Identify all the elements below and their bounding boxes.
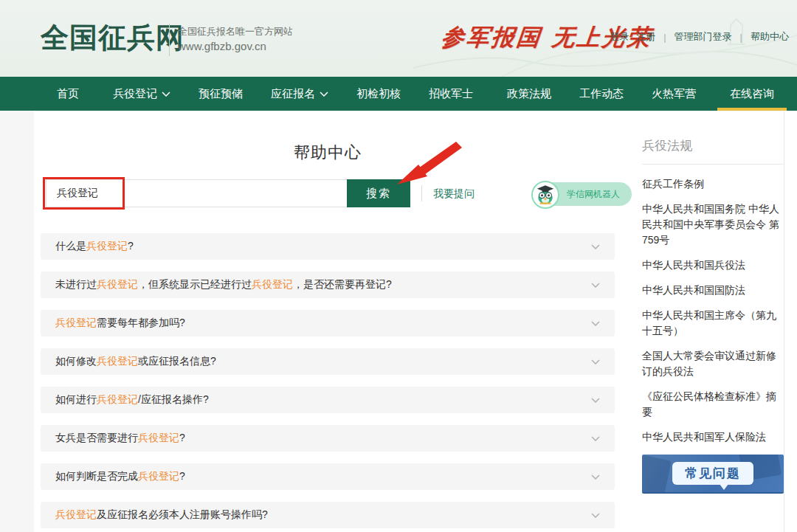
- question-text: 及应征报名必须本人注册账号操作吗?: [97, 508, 268, 520]
- question-text: 如何修改: [55, 355, 97, 367]
- question-text: ，是否还需要再登记?: [293, 278, 392, 290]
- faq-item[interactable]: 什么是兵役登记?: [41, 233, 615, 260]
- nav-item-label: 首页: [57, 77, 79, 111]
- highlighted-keyword: 兵役登记: [97, 393, 138, 405]
- admin-login-link[interactable]: 管理部门登录: [671, 30, 736, 44]
- nav-item-label: 政策法规: [507, 77, 551, 111]
- chevron-down-icon[interactable]: [591, 321, 600, 326]
- nav-item-label: 招收军士: [429, 77, 473, 111]
- nav-item-10[interactable]: 廉洁举报: [793, 77, 797, 111]
- question-text: 什么是: [55, 240, 86, 252]
- highlighted-keyword: 兵役登记: [55, 317, 97, 328]
- chevron-down-icon[interactable]: [591, 436, 600, 441]
- chevron-down-icon[interactable]: [591, 398, 600, 403]
- faq-item[interactable]: 女兵是否需要进行兵役登记?: [41, 425, 615, 452]
- faq-question: 未进行过兵役登记，但系统显示已经进行过兵役登记，是否还需要再登记?: [55, 278, 392, 291]
- nav-item-9[interactable]: 在线咨询: [720, 77, 784, 111]
- sidebar-link[interactable]: 中华人民共和国主席令（第九十五号）: [642, 308, 784, 339]
- nav-item-5[interactable]: 招收军士: [419, 77, 483, 111]
- chevron-down-icon[interactable]: [591, 359, 600, 365]
- question-text: 或应征报名信息?: [138, 355, 216, 367]
- highlighted-keyword: 兵役登记: [97, 355, 138, 367]
- sidebar-link[interactable]: 中华人民共和国军人保险法: [642, 429, 784, 445]
- question-text: ?: [179, 470, 185, 482]
- chevron-down-icon[interactable]: [591, 283, 600, 288]
- tagline-line1: 全国征兵报名唯一官方网站: [178, 24, 293, 38]
- search-button[interactable]: 搜索: [347, 179, 410, 207]
- nav-item-0[interactable]: 首页: [47, 77, 89, 111]
- nav-item-7[interactable]: 工作动态: [570, 77, 633, 111]
- nav-item-1[interactable]: 兵役登记: [103, 77, 180, 111]
- faq-banner[interactable]: 常见问题: [642, 455, 784, 494]
- chevron-down-icon[interactable]: [591, 513, 600, 518]
- site-tagline: 全国征兵报名唯一官方网站 www.gfbzb.gov.cn: [178, 24, 293, 55]
- nav-item-3[interactable]: 应征报名: [261, 77, 338, 111]
- ask-divider: [421, 185, 422, 201]
- faq-question: 兵役登记需要每年都参加吗?: [55, 317, 185, 330]
- sidebar-link[interactable]: 全国人大常委会审议通过新修订的兵役法: [642, 348, 784, 379]
- sidebar: 兵役法规 征兵工作条例中华人民共和国国务院 中华人民共和国中央军事委员会令 第7…: [642, 137, 784, 494]
- site-logo[interactable]: 全国征兵网: [41, 19, 184, 57]
- question-text: ?: [179, 432, 185, 443]
- login-link[interactable]: 登录: [606, 30, 632, 44]
- highlighted-keyword: 兵役登记: [138, 432, 179, 443]
- question-text: /应征报名操作?: [138, 393, 209, 405]
- faq-item[interactable]: 如何进行兵役登记/应征报名操作?: [41, 387, 615, 413]
- faq-banner-label: 常见问题: [672, 462, 753, 485]
- sidebar-link[interactable]: 中华人民共和国兵役法: [642, 258, 784, 273]
- question-text: 如何进行: [55, 393, 97, 405]
- faq-item[interactable]: 兵役登记及应征报名必须本人注册账号操作吗?: [41, 502, 615, 528]
- highlighted-keyword: 兵役登记: [86, 240, 128, 252]
- logo-divider: [169, 24, 170, 56]
- page-left-gutter: [0, 111, 34, 532]
- nav-item-label: 工作动态: [579, 77, 624, 111]
- nav-item-8[interactable]: 火热军营: [642, 77, 705, 111]
- chevron-down-icon[interactable]: [591, 244, 600, 249]
- nav-item-4[interactable]: 初检初核: [347, 77, 410, 111]
- sidebar-link[interactable]: 中华人民共和国国务院 中华人民共和国中央军事委员会令 第759号: [642, 201, 784, 248]
- nav-item-label: 预征预储: [199, 77, 243, 111]
- header-links: 登录 注册 | 管理部门登录 | 帮助中心: [606, 30, 793, 44]
- main-nav: 首页兵役登记预征预储应征报名初检初核招收军士政策法规工作动态火热军营在线咨询廉洁…: [0, 77, 797, 111]
- ask-question-link[interactable]: 我要提问: [433, 187, 475, 201]
- page-title: 帮助中心: [41, 142, 615, 164]
- nav-item-label: 兵役登记: [113, 77, 157, 111]
- chevron-down-icon[interactable]: [591, 474, 600, 480]
- question-text: ，但系统显示已经进行过: [138, 278, 252, 290]
- link-separator: |: [736, 32, 747, 43]
- faq-question: 如何判断是否完成兵役登记?: [55, 470, 185, 483]
- highlighted-keyword: 兵役登记: [55, 508, 97, 520]
- question-text: 女兵是否需要进行: [55, 432, 138, 443]
- register-link[interactable]: 注册: [632, 30, 659, 44]
- faq-list: 什么是兵役登记?未进行过兵役登记，但系统显示已经进行过兵役登记，是否还需要再登记…: [41, 233, 615, 532]
- chevron-down-icon: [320, 91, 328, 97]
- banner-photo-shape: [642, 455, 672, 494]
- question-text: 如何判断是否完成: [55, 470, 138, 482]
- tagline-url: www.gfbzb.gov.cn: [178, 38, 293, 55]
- owl-robot-icon: [531, 181, 559, 209]
- sidebar-link[interactable]: 征兵工作条例: [642, 176, 784, 192]
- help-center-link[interactable]: 帮助中心: [747, 30, 793, 44]
- faq-item[interactable]: 兵役登记需要每年都参加吗?: [41, 310, 615, 336]
- nav-item-6[interactable]: 政策法规: [497, 77, 561, 111]
- nav-item-2[interactable]: 预征预储: [189, 77, 252, 111]
- highlighted-keyword: 兵役登记: [138, 470, 179, 482]
- sidebar-links: 征兵工作条例中华人民共和国国务院 中华人民共和国中央军事委员会令 第759号中华…: [642, 176, 784, 445]
- nav-item-label: 火热军营: [652, 77, 696, 111]
- faq-item[interactable]: 如何判断是否完成兵役登记?: [41, 463, 615, 490]
- search-input[interactable]: [46, 179, 347, 207]
- faq-question: 女兵是否需要进行兵役登记?: [55, 432, 185, 445]
- faq-item[interactable]: 未进行过兵役登记，但系统显示已经进行过兵役登记，是否还需要再登记?: [41, 272, 615, 298]
- sidebar-link[interactable]: 《应征公民体格检查标准》摘要: [642, 389, 784, 420]
- nav-item-label: 应征报名: [271, 77, 315, 111]
- sidebar-link[interactable]: 中华人民共和国国防法: [642, 283, 784, 298]
- faq-item[interactable]: 如何修改兵役登记或应征报名信息?: [41, 348, 615, 375]
- chevron-down-icon: [162, 91, 170, 97]
- nav-item-label: 在线咨询: [730, 77, 774, 111]
- highlighted-keyword: 兵役登记: [252, 278, 293, 290]
- site-header: 全国征兵网 全国征兵报名唯一官方网站 www.gfbzb.gov.cn 参军报国…: [0, 0, 797, 77]
- question-text: ?: [128, 240, 134, 252]
- sidebar-right-divider: [784, 111, 784, 532]
- faq-question: 如何进行兵役登记/应征报名操作?: [55, 393, 209, 407]
- sidebar-title: 兵役法规: [642, 137, 784, 154]
